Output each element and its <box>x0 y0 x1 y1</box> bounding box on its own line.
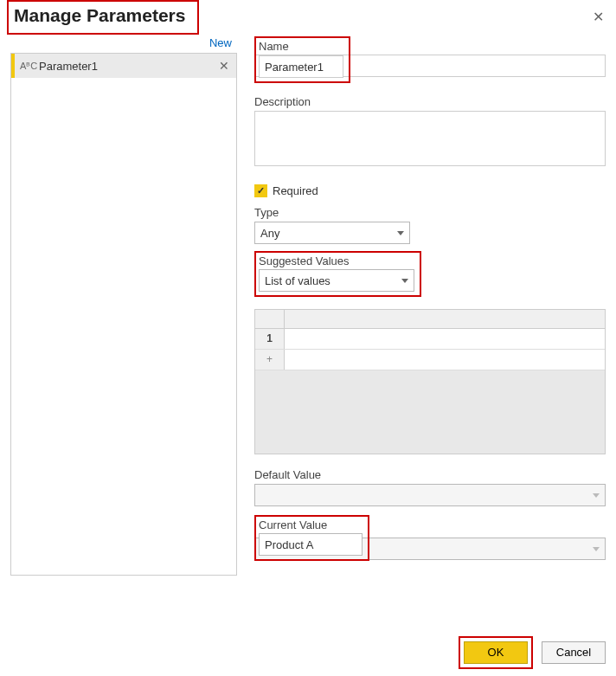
required-checkbox[interactable]: ✓ <box>254 184 267 197</box>
current-value-dropdown-hl[interactable]: Product A <box>259 533 363 556</box>
chevron-down-icon <box>593 547 600 551</box>
cancel-button[interactable]: Cancel <box>542 641 606 664</box>
grid-cell[interactable] <box>285 329 605 349</box>
type-dropdown[interactable]: Any <box>254 222 410 244</box>
values-grid: 1 + <box>254 309 606 454</box>
dialog-footer: OK Cancel <box>459 636 606 669</box>
name-input-hl[interactable] <box>259 55 343 78</box>
chevron-down-icon <box>401 279 408 283</box>
suggested-values-label: Suggested Values <box>259 254 414 267</box>
required-label: Required <box>273 184 318 197</box>
dialog-title-highlight: Manage Parameters <box>7 0 199 35</box>
default-value-label: Default Value <box>254 468 606 481</box>
suggested-values-dropdown[interactable]: List of values <box>259 269 414 292</box>
selection-strip <box>11 54 15 78</box>
parameter-form: Name Description ✓ Required Type Any Sug… <box>254 35 606 576</box>
dialog-title: Manage Parameters <box>10 2 192 31</box>
close-icon[interactable]: ✕ <box>589 5 607 29</box>
description-input[interactable] <box>254 111 606 166</box>
grid-cell[interactable] <box>285 350 605 370</box>
description-label: Description <box>254 95 606 108</box>
current-value-text: Product A <box>265 538 313 551</box>
chevron-down-icon <box>593 493 600 498</box>
current-value-label: Current Value <box>259 518 363 531</box>
grid-add-row[interactable]: + <box>255 350 605 370</box>
parameter-list: AᴮC Parameter1 ✕ <box>10 53 237 576</box>
default-value-dropdown[interactable] <box>254 484 606 506</box>
parameter-row-label: Parameter1 <box>39 60 217 73</box>
name-label: Name <box>259 40 343 53</box>
text-type-icon: AᴮC <box>20 61 39 72</box>
parameter-row[interactable]: AᴮC Parameter1 ✕ <box>11 54 236 78</box>
grid-corner <box>255 310 285 328</box>
type-label: Type <box>254 206 606 219</box>
chevron-down-icon <box>397 231 404 235</box>
grid-row[interactable]: 1 <box>255 329 605 350</box>
ok-button[interactable]: OK <box>464 641 528 664</box>
type-value: Any <box>260 227 279 240</box>
delete-parameter-icon[interactable]: ✕ <box>217 59 231 73</box>
parameter-list-pane: New AᴮC Parameter1 ✕ <box>10 35 237 576</box>
new-parameter-link[interactable]: New <box>10 35 237 53</box>
grid-add-icon: + <box>255 350 285 370</box>
grid-row-index: 1 <box>255 329 285 349</box>
suggested-values-value: List of values <box>265 274 330 287</box>
grid-column-header <box>285 310 605 328</box>
